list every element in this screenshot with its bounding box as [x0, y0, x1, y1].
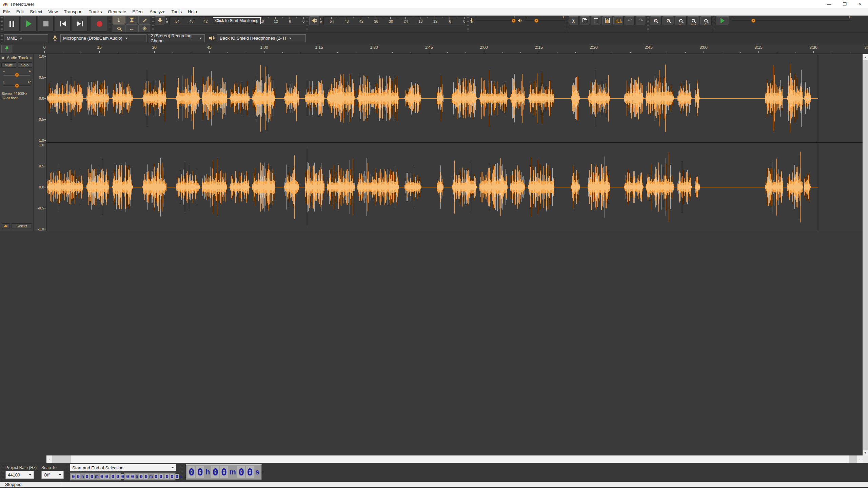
playback-volume-slider[interactable]: −+ [525, 17, 565, 24]
time-digit[interactable]: 0 [154, 474, 158, 479]
time-digit[interactable]: 0 [159, 474, 163, 479]
horizontal-scrollbar[interactable]: ‹ › [46, 455, 863, 463]
play-at-speed-button[interactable] [716, 16, 729, 25]
time-digit[interactable]: 0 [104, 474, 108, 479]
solo-button[interactable]: Solo [18, 62, 33, 68]
time-digit[interactable]: h [205, 468, 210, 476]
audio-position-display[interactable]: 00h00m00s [186, 464, 262, 480]
time-digit[interactable]: 0 [125, 474, 130, 479]
play-speed-thumb[interactable] [751, 19, 755, 23]
zoom-toolbar-grip[interactable] [647, 16, 649, 32]
selection-toolbar-grip[interactable] [1, 465, 4, 482]
fit-selection-button[interactable]: ↔ [675, 16, 687, 25]
time-digit[interactable]: 0 [165, 474, 169, 479]
record-button[interactable] [92, 16, 107, 32]
paste-button[interactable] [591, 16, 601, 25]
play-at-speed-grip[interactable] [712, 16, 715, 32]
zoom-tool-button[interactable] [113, 24, 125, 33]
pan-thumb[interactable] [15, 84, 19, 88]
envelope-tool-button[interactable] [125, 16, 138, 24]
time-digit[interactable]: 0 [100, 474, 104, 479]
timeline-ruler[interactable]: 01530451:001:151:301:452:002:152:302:453… [0, 44, 868, 54]
horizontal-scrollbar-thumb[interactable] [71, 455, 849, 463]
device-toolbar-grip[interactable] [1, 34, 3, 43]
time-digit[interactable]: 0 [116, 474, 120, 479]
recording-volume-thumb[interactable] [512, 19, 516, 23]
time-digit[interactable]: 0 [85, 474, 89, 479]
time-digit[interactable]: 0 [90, 474, 94, 479]
skip-to-end-button[interactable] [72, 16, 87, 32]
play-speed-slider[interactable]: −+ [732, 17, 851, 24]
menu-item-tracks[interactable]: Tracks [86, 8, 105, 16]
track-title-dropdown[interactable]: Audio Track ▼ [7, 56, 33, 60]
time-digit[interactable]: 0 [220, 466, 228, 478]
time-digit[interactable]: 0 [144, 474, 148, 479]
track-pan-slider[interactable]: L R [3, 83, 30, 88]
fit-project-button[interactable]: ⇤⇥ [688, 16, 699, 25]
recording-volume-slider[interactable]: −+ [475, 17, 515, 24]
time-digit[interactable]: s [255, 468, 259, 476]
zoom-toggle-button[interactable]: ↗ [700, 16, 712, 25]
time-digit[interactable]: . [163, 474, 165, 479]
track-close-button[interactable]: ✕ [1, 56, 5, 60]
scroll-down-arrow-icon[interactable]: ▼ [863, 450, 868, 455]
mute-button[interactable]: Mute [1, 62, 16, 68]
menu-item-effect[interactable]: Effect [129, 8, 146, 16]
menu-item-transport[interactable]: Transport [61, 8, 85, 16]
time-digit[interactable]: m [229, 468, 236, 476]
time-digit[interactable]: 0 [246, 466, 254, 478]
minimize-button[interactable]: — [821, 0, 837, 8]
recording-meter-grip[interactable] [152, 16, 154, 32]
play-button[interactable] [21, 16, 37, 32]
time-digit[interactable]: 0 [211, 466, 219, 478]
track-select-button[interactable]: Select [12, 223, 32, 228]
playback-volume-thumb[interactable] [534, 19, 538, 23]
time-digit[interactable]: m [149, 474, 153, 479]
playback-meter[interactable]: -54-48-42-36-30-24-18-12-60 [323, 16, 466, 25]
playback-meter-grip[interactable] [306, 16, 309, 32]
tools-toolbar-grip[interactable] [109, 16, 112, 32]
project-rate-dropdown[interactable]: 44100 [5, 471, 34, 479]
time-digit[interactable]: 0 [130, 474, 134, 479]
vertical-scale-ruler[interactable]: 1.00.50.0-0.5-1.01.00.50.0-0.5-1.0 [34, 54, 46, 231]
time-digit[interactable]: 0 [188, 466, 195, 478]
skip-to-start-button[interactable] [55, 16, 71, 32]
time-digit[interactable]: 0 [170, 474, 174, 479]
timeline-options-button[interactable] [1, 45, 12, 53]
vertical-scrollbar-thumb[interactable] [863, 60, 868, 450]
selection-mode-dropdown[interactable]: Start and End of Selection [70, 464, 176, 471]
trim-audio-button[interactable] [602, 16, 612, 25]
scroll-left-arrow-icon[interactable]: ‹ [46, 455, 52, 463]
audio-host-dropdown[interactable]: MME [4, 34, 48, 42]
scroll-up-arrow-icon[interactable]: ▲ [863, 54, 868, 60]
time-digit[interactable]: m [95, 474, 99, 479]
pause-button[interactable] [4, 16, 20, 32]
selection-end-field[interactable]: 00h00m00.000s [124, 472, 176, 481]
menu-item-edit[interactable]: Edit [13, 8, 27, 16]
recording-channels-dropdown[interactable]: 2 (Stereo) Recording Chann [148, 34, 205, 42]
menu-item-generate[interactable]: Generate [105, 8, 129, 16]
selection-tool-button[interactable]: I [113, 16, 125, 24]
undo-button[interactable]: ↶ [625, 16, 635, 25]
time-digit[interactable]: h [81, 474, 84, 479]
playback-meter-speaker-button[interactable] [309, 16, 319, 25]
selection-fields-grip[interactable] [66, 465, 69, 482]
time-digit[interactable]: 0 [237, 466, 245, 478]
collapse-track-button[interactable] [2, 223, 10, 228]
draw-tool-button[interactable] [138, 16, 151, 24]
field-spinner[interactable] [261, 471, 264, 474]
zoom-in-button[interactable]: + [650, 16, 662, 25]
menu-item-analyze[interactable]: Analyze [146, 8, 168, 16]
time-digit[interactable]: 0 [196, 466, 204, 478]
recording-meter-mic-button[interactable] [155, 16, 165, 25]
time-digit[interactable]: . [109, 474, 111, 479]
scroll-right-arrow-icon[interactable]: › [857, 455, 863, 463]
restore-button[interactable]: ❐ [837, 0, 852, 8]
menu-item-help[interactable]: Help [185, 8, 200, 16]
playback-device-dropdown[interactable]: Back IO Shield Headphones (2- H [217, 34, 306, 42]
time-digit[interactable]: h [136, 474, 138, 479]
mixer-toolbar-grip[interactable] [467, 16, 469, 32]
time-digit[interactable]: 0 [71, 474, 75, 479]
recording-meter[interactable]: Click to Start Monitoring -54-48-42-36-3… [170, 16, 305, 25]
stop-button[interactable] [38, 16, 54, 32]
